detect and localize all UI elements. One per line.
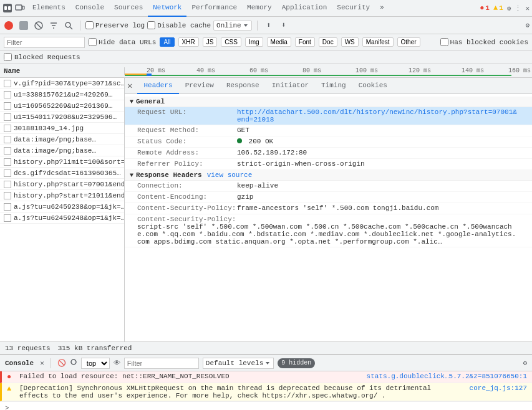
- filter-xhr-button[interactable]: XHR: [178, 37, 199, 47]
- status-bar: 13 requests 315 kB transferred: [0, 341, 532, 354]
- console-filter-icon[interactable]: [70, 358, 77, 368]
- list-item[interactable]: u1=15401179208&u2=329506…: [0, 112, 124, 123]
- has-blocked-cookies-checkbox[interactable]: Has blocked cookies: [440, 38, 528, 46]
- file-icon: [4, 203, 11, 211]
- blocked-requests-checkbox[interactable]: [4, 53, 12, 61]
- svg-rect-4: [22, 6, 24, 9]
- list-item[interactable]: data:image/png;base…: [0, 145, 124, 156]
- file-icon: [4, 147, 11, 155]
- list-item[interactable]: a.js?tu=u62459238&op=1&jk=…: [0, 201, 124, 212]
- tab-preview[interactable]: Preview: [179, 78, 220, 94]
- list-item[interactable]: dcs.gif?dcsdat=1613960365…: [0, 168, 124, 179]
- preserve-log-checkbox[interactable]: Preserve log: [85, 21, 145, 29]
- filter-bar: Hide data URLs All XHR JS CSS Img Media …: [0, 34, 532, 50]
- csp-row-1: Content-Security-Policy: frame-ancestors…: [125, 203, 532, 214]
- tab-cookies[interactable]: Cookies: [352, 78, 394, 94]
- tab-memory[interactable]: Memory: [242, 0, 277, 17]
- close-devtools-icon[interactable]: ✕: [525, 4, 530, 12]
- stop-button[interactable]: [17, 19, 30, 32]
- record-button[interactable]: [2, 19, 15, 32]
- detail-close-button[interactable]: ✕: [127, 80, 132, 91]
- response-headers-section-header[interactable]: ▼ Response Headers view source: [125, 170, 532, 181]
- tab-network[interactable]: Network: [148, 0, 186, 17]
- tab-headers[interactable]: Headers: [137, 78, 178, 94]
- clear-button[interactable]: [32, 19, 45, 32]
- console-eye-icon[interactable]: 👁: [114, 359, 120, 367]
- filter-input[interactable]: [4, 37, 85, 48]
- general-section-header[interactable]: ▼ General: [125, 97, 532, 107]
- hide-data-urls-checkbox[interactable]: Hide data URLs: [89, 38, 156, 46]
- console-filter-input[interactable]: [124, 358, 199, 369]
- error-message-link[interactable]: stats.g.doubleclick…5.7.2&z=851076650:1: [367, 373, 527, 380]
- filter-manifest-button[interactable]: Manifest: [362, 37, 394, 47]
- tab-initiator[interactable]: Initiator: [266, 78, 315, 94]
- filter-img-button[interactable]: Img: [245, 37, 263, 47]
- file-name: data:image/png;base…: [14, 147, 96, 155]
- warning-message-text: [Deprecation] Synchronous XMLHttpRequest…: [19, 384, 461, 399]
- list-item[interactable]: data:image/png;base…: [0, 134, 124, 145]
- response-headers-triangle-icon: ▼: [130, 172, 133, 179]
- console-context-select[interactable]: top: [81, 358, 110, 369]
- import-har-button[interactable]: ⬆: [263, 19, 275, 32]
- response-headers-title: Response Headers: [136, 171, 202, 179]
- list-item[interactable]: u1=1695652269&u2=261369…: [0, 100, 124, 112]
- console-settings-button[interactable]: ⚙: [523, 359, 527, 367]
- tab-timing[interactable]: Timing: [315, 78, 352, 94]
- warning-message-link[interactable]: core_jq.js:127: [470, 384, 527, 392]
- separator-1: [80, 21, 80, 31]
- csp-row-2: Content-Security-Policy: script-src 'sel…: [125, 214, 532, 247]
- list-item[interactable]: u1=3388157621&u2=429269…: [0, 89, 124, 100]
- tab-elements[interactable]: Elements: [27, 0, 70, 17]
- filter-js-button[interactable]: JS: [203, 37, 218, 47]
- tab-security[interactable]: Security: [332, 0, 375, 17]
- connection-row: Connection: keep-alive: [125, 181, 532, 192]
- tab-response[interactable]: Response: [220, 78, 266, 94]
- request-url-value[interactable]: http://datachart.500.com/dlt/history/new…: [237, 108, 520, 123]
- tab-application[interactable]: Application: [277, 0, 332, 17]
- console-close-button[interactable]: ✕: [40, 359, 44, 367]
- filter-all-button[interactable]: All: [160, 37, 174, 47]
- file-name: a.js?tu=u62459248&op=1&jk=…: [14, 214, 124, 222]
- tab-console[interactable]: Console: [70, 0, 109, 17]
- list-item[interactable]: history.php?start=07001&end…: [0, 179, 124, 190]
- tab-performance[interactable]: Performance: [186, 0, 242, 17]
- headers-content: ▼ General Request URL: http://datachart.…: [125, 94, 532, 250]
- disable-cache-checkbox[interactable]: Disable cache: [147, 21, 211, 29]
- list-item[interactable]: a.js?tu=u62459248&op=1&jk=…: [0, 212, 124, 224]
- list-item[interactable]: 3018818349_14.jpg: [0, 123, 124, 134]
- list-item[interactable]: history.php?limit=100&sort=0…: [0, 156, 124, 168]
- tab-more[interactable]: »: [375, 0, 389, 17]
- throttle-select[interactable]: Online: [213, 21, 252, 31]
- detail-tabs: ✕ Headers Preview Response Initiator Tim…: [125, 78, 532, 94]
- filter-ws-button[interactable]: WS: [341, 37, 359, 47]
- warning-icon: ▲: [7, 384, 16, 393]
- list-item[interactable]: history.php?start=21011&end…: [0, 190, 124, 201]
- filter-toggle-button[interactable]: [47, 19, 60, 32]
- console-input[interactable]: [12, 404, 527, 410]
- file-icon: [4, 113, 11, 121]
- tab-sources[interactable]: Sources: [109, 0, 148, 17]
- filter-doc-button[interactable]: Doc: [319, 37, 337, 47]
- console-messages: ● Failed to load resource: net::ERR_NAME…: [0, 371, 532, 410]
- filter-media-button[interactable]: Media: [267, 37, 291, 47]
- filter-other-button[interactable]: Other: [397, 37, 420, 47]
- svg-line-11: [70, 27, 72, 29]
- csp-value-1: frame-ancestors 'self' *.500.com tongji.…: [237, 204, 438, 212]
- status-code-row: Status Code: 200 OK: [125, 136, 532, 148]
- export-har-button[interactable]: ⬇: [278, 19, 290, 32]
- list-item[interactable]: v.gif?pid=307&type=3071&sc…: [0, 78, 124, 89]
- network-settings-button[interactable]: ⚙: [525, 21, 530, 29]
- view-source-link[interactable]: view source: [207, 171, 253, 179]
- filter-font-button[interactable]: Font: [295, 37, 315, 47]
- console-clear-button[interactable]: 🚫: [57, 359, 66, 367]
- request-method-row: Request Method: GET: [125, 125, 532, 136]
- console-message-error: ● Failed to load resource: net::ERR_NAME…: [0, 371, 532, 383]
- hidden-count-badge: 9 hidden: [278, 358, 315, 368]
- filter-css-button[interactable]: CSS: [221, 37, 241, 47]
- content-encoding-label: Content-Encoding:: [137, 193, 237, 201]
- csp-label-2: Content-Security-Policy:: [137, 216, 237, 223]
- settings-icon[interactable]: ⚙: [507, 4, 511, 12]
- kebab-menu-icon[interactable]: ⋮: [515, 4, 521, 12]
- console-levels-select[interactable]: Default levels: [203, 358, 274, 369]
- search-button[interactable]: [62, 19, 75, 32]
